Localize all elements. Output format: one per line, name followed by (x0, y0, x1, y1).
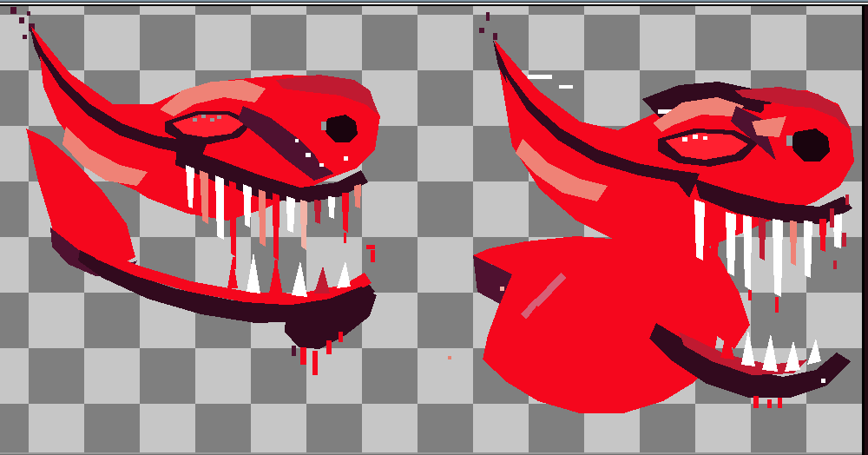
chin-drip-dark (292, 346, 296, 356)
ear-tip-drips (10, 7, 35, 39)
ear-tip-drips (479, 12, 497, 40)
stray-pixel (448, 356, 451, 359)
sprite-demon-head-right (473, 12, 854, 413)
top-border-black-line-2 (0, 4, 868, 6)
tooth-drips (233, 233, 346, 269)
transparency-checkerboard-canvas[interactable] (0, 6, 862, 452)
sprite-canvas-art (0, 6, 862, 452)
window-top-border (0, 0, 868, 6)
app-window (0, 0, 868, 455)
sprite-demon-head-left (10, 7, 380, 375)
drool-drop (366, 245, 375, 262)
window-right-edge-sliver (865, 6, 868, 455)
chin-drips (753, 396, 782, 408)
